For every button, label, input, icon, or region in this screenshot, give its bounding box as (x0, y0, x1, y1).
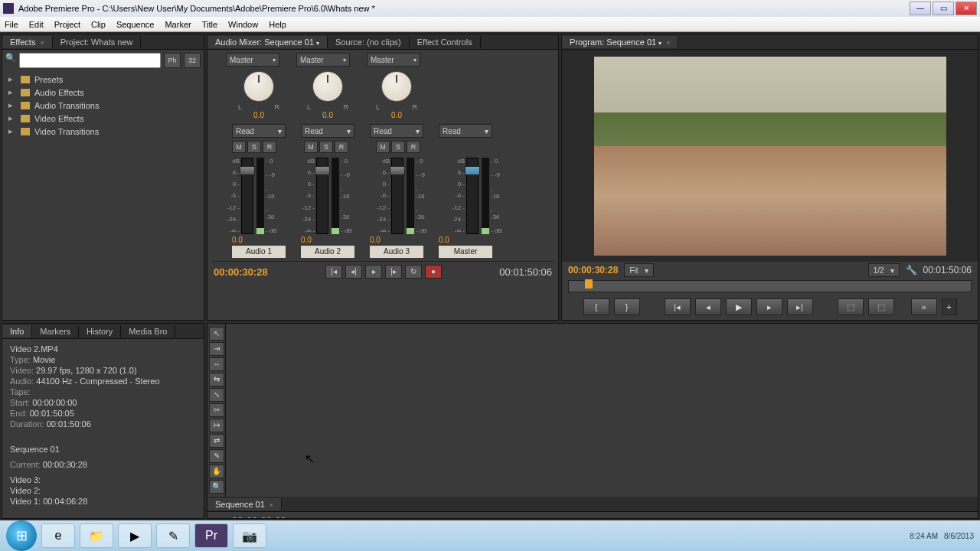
tree-video-effects[interactable]: ▸Video Effects (5, 112, 201, 125)
system-tray[interactable]: 8:24 AM 8/6/2013 (910, 532, 974, 540)
step-back-prog-button[interactable]: ◂ (695, 298, 721, 315)
step-back-button[interactable]: ◂| (345, 265, 362, 279)
program-current-tc[interactable]: 00:00:30:28 (568, 265, 618, 276)
taskbar-explorer[interactable]: 📁 (80, 523, 113, 548)
taskbar-premiere[interactable]: Pr (194, 523, 228, 548)
rate-stretch-tool[interactable]: ⤡ (209, 388, 224, 402)
start-button[interactable]: ⊞ (6, 520, 37, 551)
mixer-track-name-2[interactable]: Audio 2 (301, 246, 354, 258)
step-forward-button[interactable]: |▸ (385, 265, 402, 279)
timeline-current-tc[interactable]: 00:00:30:28 (212, 514, 973, 519)
mixer-current-tc[interactable]: 00:00:30:28 (214, 266, 268, 278)
go-to-in-point-button[interactable]: |◂ (665, 298, 691, 315)
menu-title[interactable]: Title (202, 20, 217, 29)
pan-knob-2[interactable] (312, 71, 343, 102)
pan-knob-3[interactable] (381, 71, 412, 102)
tree-audio-transitions[interactable]: ▸Audio Transitions (5, 99, 201, 112)
volume-fader-3[interactable] (391, 158, 403, 234)
taskbar-ie[interactable]: e (41, 523, 75, 548)
record-2[interactable]: R (335, 141, 348, 153)
mute-3[interactable]: M (376, 141, 390, 153)
track-output-3[interactable]: Master▾ (367, 53, 420, 67)
effects-search-input[interactable] (19, 53, 161, 68)
menu-file[interactable]: File (5, 20, 18, 29)
pan-knob-1[interactable] (243, 71, 274, 102)
tab-markers[interactable]: Markers (32, 325, 79, 337)
tree-presets[interactable]: ▸Presets (5, 73, 201, 86)
record-3[interactable]: R (407, 141, 420, 153)
go-to-out-point-button[interactable]: ▸| (787, 298, 813, 315)
lift-button[interactable]: ⬚ (838, 298, 864, 315)
track-output-1[interactable]: Master▾ (226, 53, 279, 67)
play-button[interactable]: ▸ (365, 265, 382, 279)
close-button[interactable]: ✕ (956, 2, 977, 15)
track-select-tool[interactable]: ⇥ (209, 342, 224, 356)
record-button[interactable]: ● (425, 265, 442, 279)
effects-filter-ph[interactable]: Ph (164, 53, 181, 68)
automation-mode-1[interactable]: Read▾ (232, 124, 286, 138)
tab-effect-controls[interactable]: Effect Controls (410, 36, 481, 48)
program-video-display[interactable] (594, 57, 946, 256)
tab-media-browser[interactable]: Media Bro (121, 325, 175, 337)
fader-value-3[interactable]: 0.0 (370, 236, 423, 244)
pan-value-2[interactable]: 0.0 (301, 111, 354, 119)
volume-fader-2[interactable] (316, 158, 328, 234)
tab-info[interactable]: Info (2, 325, 32, 337)
selection-tool[interactable]: ↖ (209, 327, 224, 341)
resolution-dropdown[interactable]: 1/2▾ (868, 263, 900, 277)
razor-tool[interactable]: ✂ (209, 403, 224, 417)
tree-video-transitions[interactable]: ▸Video Transitions (5, 125, 201, 138)
play-prog-button[interactable]: ▶ (726, 298, 752, 315)
solo-2[interactable]: S (319, 141, 333, 153)
export-frame-button[interactable]: » (911, 298, 937, 315)
mute-1[interactable]: M (232, 141, 246, 153)
mixer-track-name-master[interactable]: Master (439, 246, 492, 258)
go-to-in-button[interactable]: |◂ (325, 265, 342, 279)
fader-value-2[interactable]: 0.0 (301, 236, 354, 244)
mixer-track-name-3[interactable]: Audio 3 (370, 246, 423, 258)
mute-2[interactable]: M (304, 141, 318, 153)
pan-value-3[interactable]: 0.0 (370, 111, 423, 119)
track-output-2[interactable]: Master▾ (296, 53, 350, 67)
mark-in-button[interactable]: { (583, 298, 609, 315)
tab-history[interactable]: History (79, 325, 121, 337)
hand-tool[interactable]: ✋ (209, 465, 224, 478)
solo-1[interactable]: S (247, 141, 261, 153)
slide-tool[interactable]: ⇄ (209, 434, 224, 448)
record-1[interactable]: R (263, 141, 276, 153)
menu-project[interactable]: Project (54, 20, 80, 29)
tab-effects[interactable]: Effects× (2, 36, 53, 48)
menu-edit[interactable]: Edit (29, 20, 44, 29)
pan-value-1[interactable]: 0.0 (232, 111, 286, 119)
tab-program[interactable]: Program: Sequence 01 ▾× (562, 36, 678, 48)
menu-marker[interactable]: Marker (165, 20, 191, 29)
fader-value-1[interactable]: 0.0 (232, 236, 286, 244)
fader-value-master[interactable]: 0.0 (439, 236, 492, 244)
loop-button[interactable]: ↻ (405, 265, 422, 279)
rolling-edit-tool[interactable]: ⇆ (209, 373, 224, 386)
taskbar-camera[interactable]: 📷 (233, 523, 266, 548)
ripple-edit-tool[interactable]: ↔ (209, 357, 224, 371)
effects-filter-32[interactable]: 32 (184, 53, 201, 68)
mark-out-button[interactable]: } (614, 298, 640, 315)
menu-clip[interactable]: Clip (91, 20, 106, 29)
minimize-button[interactable]: — (910, 2, 931, 15)
solo-3[interactable]: S (391, 141, 405, 153)
tree-audio-effects[interactable]: ▸Audio Effects (5, 86, 201, 99)
menu-window[interactable]: Window (228, 20, 258, 29)
tab-project[interactable]: Project: Whats new (53, 36, 142, 48)
slip-tool[interactable]: ↦ (209, 419, 224, 432)
automation-mode-master[interactable]: Read▾ (439, 124, 492, 138)
tab-audio-mixer[interactable]: Audio Mixer: Sequence 01 ▾ (207, 36, 328, 48)
menu-help[interactable]: Help (269, 20, 286, 29)
tab-source[interactable]: Source: (no clips) (328, 36, 410, 48)
volume-fader-1[interactable] (241, 158, 253, 234)
tab-sequence[interactable]: Sequence 01× (207, 498, 282, 510)
taskbar-media-player[interactable]: ▶ (118, 523, 152, 548)
taskbar-app[interactable]: ✎ (156, 523, 190, 548)
zoom-tool[interactable]: 🔍 (209, 480, 224, 494)
automation-mode-2[interactable]: Read▾ (301, 124, 354, 138)
automation-mode-3[interactable]: Read▾ (370, 124, 423, 138)
volume-fader-master[interactable] (466, 158, 479, 234)
extract-button[interactable]: ⬚ (868, 298, 894, 315)
